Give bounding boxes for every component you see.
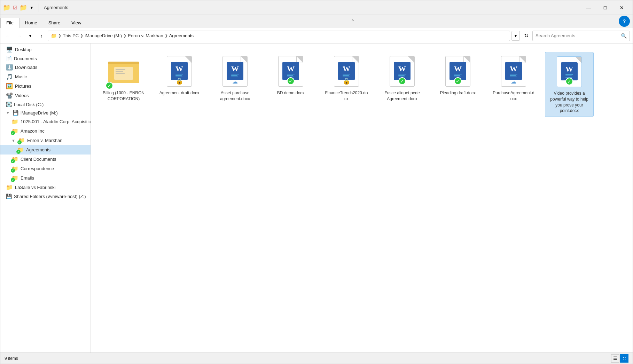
word-w-letter: W bbox=[175, 65, 183, 73]
sidebar-item-videos[interactable]: 📽️ Videos bbox=[0, 91, 91, 100]
sidebar-label-videos: Videos bbox=[15, 93, 29, 98]
file-item-bd-demo[interactable]: W ✓ BD demo.docx bbox=[266, 52, 315, 117]
purchase-word-icon: W ☁ bbox=[501, 56, 526, 87]
word-w3: W bbox=[287, 65, 295, 73]
sidebar-label-pictures: Pictures bbox=[15, 84, 31, 89]
finance-trends-icon-wrap: W 🔒 bbox=[330, 55, 363, 88]
tab-home[interactable]: Home bbox=[19, 18, 43, 28]
address-bar: ← → ▼ ↑ 📁 ❯ This PC ❯ iManageDrive (M:) … bbox=[0, 28, 633, 43]
file-item-fusce[interactable]: W ✓ Fusce aliquet pede Agreement.docx bbox=[378, 52, 427, 117]
help-button[interactable]: ? bbox=[619, 16, 630, 27]
sidebar-item-agreements[interactable]: 📁✓ Agreements bbox=[0, 145, 91, 155]
sidebar-content: 🖥️ Desktop 📄 Documents ⬇️ Downloads 🎵 Mu… bbox=[0, 43, 91, 353]
word-line-2b bbox=[231, 75, 237, 76]
file-item-asset-purchase[interactable]: W ☁ Asset purchase agreement.docx bbox=[211, 52, 259, 117]
svg-rect-4 bbox=[116, 69, 125, 70]
tab-file[interactable]: File bbox=[0, 18, 19, 28]
emails-icon: 📁✓ bbox=[11, 175, 18, 181]
up-button[interactable]: ↑ bbox=[37, 31, 46, 41]
sidebar-item-documents[interactable]: 📄 Documents bbox=[0, 54, 91, 63]
word-line-1d bbox=[343, 74, 350, 74]
folder-icon2: 📁 bbox=[20, 4, 27, 11]
breadcrumb-dropdown[interactable]: ▼ bbox=[511, 31, 520, 41]
minimize-button[interactable]: — bbox=[580, 2, 596, 13]
lock-icon2: 🔒 bbox=[343, 77, 350, 85]
sidebar-item-client-docs[interactable]: 📁✓ Client Documents bbox=[0, 155, 91, 164]
word-line-1e bbox=[398, 74, 406, 74]
sidebar-item-shared[interactable]: 💾 Shared Folders (\\vmware-host) (Z:) bbox=[0, 192, 91, 200]
file-item-video[interactable]: W ✓ Video provides a powerful way to hel… bbox=[545, 52, 594, 117]
word-line-2 bbox=[175, 75, 182, 76]
finance-trends-word-icon: W 🔒 bbox=[334, 56, 359, 87]
sidebar-label-amazon: Amazon Inc bbox=[21, 128, 45, 134]
sidebar-label-local-disk: Local Disk (C:) bbox=[14, 102, 44, 107]
fusce-label: Fusce aliquet pede Agreement.docx bbox=[381, 90, 424, 102]
back-button[interactable]: ← bbox=[3, 31, 13, 41]
agreement-draft-word-icon: W 🔒 bbox=[167, 56, 192, 87]
bc-this-pc[interactable]: This PC bbox=[63, 33, 79, 38]
sidebar-item-correspondence[interactable]: 📁✓ Correspondence bbox=[0, 164, 91, 173]
maximize-button[interactable]: □ bbox=[597, 2, 613, 13]
grid-view-button[interactable]: ∷ bbox=[620, 354, 628, 363]
bc-imanage[interactable]: iManageDrive (M:) bbox=[85, 33, 122, 38]
bc-agreements[interactable]: Agreements bbox=[169, 33, 194, 38]
sidebar-label-correspondence: Correspondence bbox=[21, 166, 54, 171]
search-icon: 🔍 bbox=[621, 33, 627, 39]
pleading-check: ✓ bbox=[454, 77, 462, 85]
sidebar-item-downloads[interactable]: ⬇️ Downloads bbox=[0, 63, 91, 72]
word-line-1h bbox=[565, 74, 573, 75]
dropdown-arrow-icon[interactable]: ▼ bbox=[28, 4, 35, 11]
shared-icon: 💾 bbox=[6, 193, 12, 199]
forward-button[interactable]: → bbox=[14, 31, 24, 41]
sidebar-label-enron: Enron v. Markhan bbox=[27, 138, 63, 143]
sidebar-label-aladdin: 1025.001 - Aladdin Corp. Acquisition bbox=[21, 119, 91, 124]
word-w7: W bbox=[510, 65, 517, 73]
sidebar-item-local-disk[interactable]: 💽 Local Disk (C:) bbox=[0, 100, 91, 109]
sidebar-item-desktop[interactable]: 🖥️ Desktop bbox=[0, 45, 91, 54]
sidebar-label-client-docs: Client Documents bbox=[21, 157, 56, 162]
word-lines3 bbox=[287, 74, 295, 77]
agreement-draft-icon-wrap: W 🔒 bbox=[163, 55, 196, 88]
search-box[interactable]: 🔍 bbox=[532, 31, 630, 41]
file-item-finance-trends[interactable]: W 🔒 FinanceTrends2020.docx bbox=[322, 52, 371, 117]
list-view-button[interactable]: ☰ bbox=[611, 354, 619, 363]
pleading-icon-wrap: W ✓ bbox=[441, 55, 475, 88]
music-icon: 🎵 bbox=[6, 73, 13, 80]
file-item-pleading[interactable]: W ✓ Pleading draft.docx bbox=[433, 52, 482, 117]
close-button[interactable]: ✕ bbox=[614, 2, 630, 13]
word-line-3b bbox=[231, 77, 238, 77]
sidebar-item-emails[interactable]: 📁✓ Emails bbox=[0, 173, 91, 183]
file-item-purchase-agreement[interactable]: W ☁ PurchaseAgreement.docx bbox=[489, 52, 538, 117]
pleading-label: Pleading draft.docx bbox=[440, 90, 476, 96]
sidebar-item-lasalle[interactable]: 📁 LaSalle vs Fabrinski bbox=[0, 183, 91, 192]
sidebar-label-agreements: Agreements bbox=[26, 147, 50, 152]
bd-demo-icon-wrap: W ✓ bbox=[274, 55, 307, 88]
purchase-label: PurchaseAgreement.docx bbox=[492, 90, 535, 102]
word-line-2g bbox=[510, 75, 516, 76]
sidebar-item-pictures[interactable]: 🖼️ Pictures bbox=[0, 81, 91, 91]
word-lines6 bbox=[454, 74, 462, 77]
bc-enron[interactable]: Enron v. Markhan bbox=[128, 33, 163, 38]
sidebar-item-enron[interactable]: ▼ 📁✓ Enron v. Markhan bbox=[0, 136, 91, 145]
breadcrumb-bar: 📁 ❯ This PC ❯ iManageDrive (M:) ❯ Enron … bbox=[48, 31, 510, 41]
word-lines8 bbox=[565, 74, 573, 78]
sidebar-label-documents: Documents bbox=[14, 56, 37, 61]
word-lines4 bbox=[343, 74, 350, 77]
file-item-agreement-draft[interactable]: W 🔒 Agreement draft.docx bbox=[155, 52, 204, 117]
file-item-billing[interactable]: ✓ Billing (1000 - ENRON CORPORATION) bbox=[99, 52, 148, 117]
word-badge7: W bbox=[505, 62, 522, 80]
cloud-icon: ☁ bbox=[232, 78, 238, 85]
pleading-word-icon: W ✓ bbox=[445, 56, 470, 87]
ribbon-collapse-button[interactable]: ⌃ bbox=[347, 16, 358, 27]
tab-view[interactable]: View bbox=[66, 18, 87, 28]
sidebar-item-imanage[interactable]: ▼ 💾 iManageDrive (M:) bbox=[0, 109, 91, 117]
search-input[interactable] bbox=[536, 33, 619, 38]
documents-icon: 📄 bbox=[6, 56, 12, 61]
word-line-2d bbox=[343, 75, 349, 76]
refresh-button[interactable]: ↻ bbox=[521, 31, 531, 41]
sidebar-item-aladdin[interactable]: 📁 1025.001 - Aladdin Corp. Acquisition bbox=[0, 117, 91, 126]
sidebar-item-music[interactable]: 🎵 Music bbox=[0, 72, 91, 81]
dropdown-nav-button[interactable]: ▼ bbox=[25, 31, 35, 41]
tab-share[interactable]: Share bbox=[43, 18, 66, 28]
sidebar-item-amazon[interactable]: 📁✓ Amazon Inc bbox=[0, 126, 91, 136]
